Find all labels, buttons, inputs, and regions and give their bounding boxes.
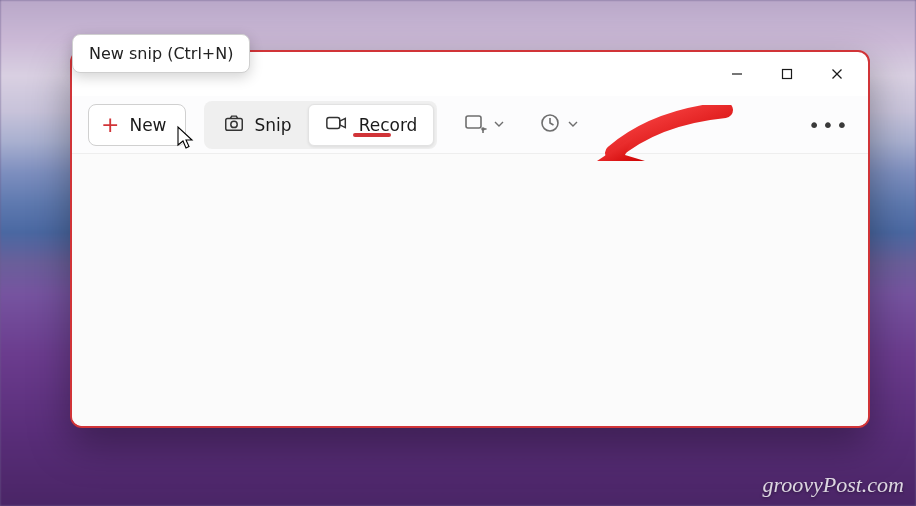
svg-rect-4 [225,118,242,130]
chevron-down-icon [493,115,505,134]
more-options-button[interactable]: ••• [806,105,852,145]
more-icon: ••• [808,113,849,137]
snipping-tool-window: New snip (Ctrl+N) + New Snip [70,50,870,428]
plus-icon: + [101,114,119,136]
video-icon [325,112,349,138]
camera-icon [223,112,245,138]
canvas-area [72,154,868,426]
mode-segment: Snip Record [204,101,438,149]
svg-rect-1 [783,70,792,79]
toolbar: + New Snip Record [72,96,868,154]
record-label: Record [359,115,418,135]
record-active-underline [353,133,391,137]
new-button-label: New [129,115,166,135]
clock-icon [539,112,561,138]
minimize-icon [730,67,744,81]
svg-point-5 [230,121,236,127]
minimize-button[interactable] [714,57,760,91]
chevron-down-icon [567,115,579,134]
svg-rect-6 [326,117,339,128]
snip-mode-button[interactable]: Snip [207,104,308,146]
maximize-button[interactable] [764,57,810,91]
watermark: groovyPost.com [762,472,904,498]
close-icon [830,67,844,81]
snip-label: Snip [255,115,292,135]
new-button-tooltip: New snip (Ctrl+N) [72,34,250,73]
maximize-icon [780,67,794,81]
window-controls [714,57,860,91]
new-button[interactable]: + New [88,104,186,146]
svg-rect-7 [466,116,481,128]
close-button[interactable] [814,57,860,91]
snip-shape-dropdown[interactable] [455,105,513,145]
record-mode-button[interactable]: Record [308,104,435,146]
rectangle-snip-icon [463,112,487,138]
delay-dropdown[interactable] [531,105,587,145]
